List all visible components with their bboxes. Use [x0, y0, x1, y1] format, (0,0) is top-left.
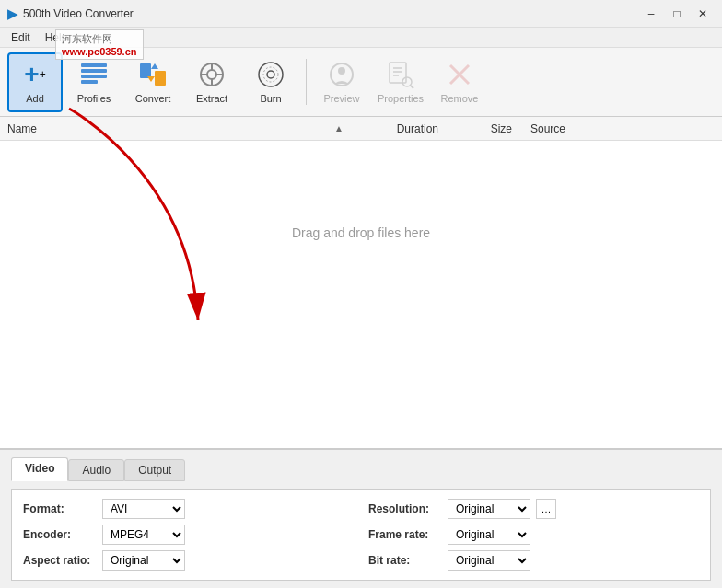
- file-area-wrapper: Name ▲ Duration Size Source Drag and dro…: [0, 117, 722, 448]
- toolbar: + Add Profiles: [0, 48, 722, 117]
- drag-drop-area: Drag and drop files here: [0, 141, 722, 325]
- resolution-select[interactable]: Original 1920x1080 1280x720: [448, 499, 530, 519]
- remove-label: Remove: [441, 93, 479, 104]
- add-button[interactable]: + Add: [7, 52, 63, 112]
- resolution-row: Resolution: Original 1920x1080 1280x720 …: [368, 499, 699, 519]
- close-button[interactable]: ✕: [691, 5, 715, 23]
- framerate-label: Frame rate:: [368, 528, 442, 541]
- svg-rect-2: [81, 75, 107, 78]
- resolution-extra-button[interactable]: …: [536, 499, 556, 519]
- encoder-label: Encoder:: [23, 528, 97, 541]
- svg-point-18: [338, 67, 345, 75]
- bitrate-label: Bit rate:: [368, 554, 442, 567]
- profiles-button[interactable]: Profiles: [66, 52, 122, 112]
- encoder-select[interactable]: MPEG4 H.264 H.265: [102, 525, 185, 545]
- tab-audio[interactable]: Audio: [68, 459, 124, 481]
- col-size-label: Size: [457, 122, 530, 135]
- tabs: Video Audio Output: [11, 457, 711, 481]
- encoder-row: Encoder: MPEG4 H.264 H.265: [23, 525, 354, 545]
- aspectratio-label: Aspect ratio:: [23, 554, 97, 567]
- svg-point-16: [263, 67, 278, 82]
- svg-rect-4: [140, 63, 151, 78]
- bitrate-row: Bit rate: Original 1000 2000 5000: [368, 550, 699, 571]
- menu-edit[interactable]: Edit: [4, 29, 38, 46]
- svg-marker-7: [147, 76, 155, 82]
- svg-rect-5: [155, 71, 166, 86]
- extract-label: Extract: [196, 93, 227, 104]
- convert-icon: [138, 60, 168, 89]
- col-duration-label: Duration: [346, 122, 457, 135]
- col-source-label: Source: [530, 122, 715, 135]
- profiles-icon: [79, 60, 109, 89]
- extract-button[interactable]: Extract: [184, 52, 239, 112]
- title-bar-controls: – □ ✕: [639, 5, 715, 23]
- burn-icon: [256, 60, 285, 89]
- convert-label: Convert: [135, 93, 171, 104]
- preview-icon: [327, 60, 356, 89]
- menu-bar: Edit Help: [0, 28, 722, 48]
- minimize-button[interactable]: –: [639, 5, 663, 23]
- remove-icon: [445, 60, 474, 89]
- aspectratio-row: Aspect ratio: Original 16:9 4:3: [23, 550, 354, 571]
- svg-point-14: [259, 63, 283, 86]
- drag-drop-text: Drag and drop files here: [292, 225, 430, 240]
- menu-help[interactable]: Help: [38, 29, 76, 46]
- properties-button[interactable]: Properties: [373, 52, 428, 112]
- svg-point-23: [402, 77, 412, 86]
- svg-rect-3: [81, 80, 98, 84]
- tab-output[interactable]: Output: [124, 459, 185, 481]
- svg-point-9: [207, 70, 216, 79]
- framerate-row: Frame rate: Original 24 25 30: [368, 525, 699, 545]
- sort-arrow-icon: ▲: [332, 121, 346, 136]
- format-row: Format: AVI MP4 MKV MOV: [23, 499, 354, 519]
- app-title: 500th Video Converter: [23, 7, 134, 20]
- burn-label: Burn: [260, 93, 281, 104]
- remove-button[interactable]: Remove: [432, 52, 487, 112]
- preview-button[interactable]: Preview: [314, 52, 369, 112]
- framerate-select[interactable]: Original 24 25 30: [448, 525, 530, 545]
- main-content: + Add Profiles: [0, 48, 722, 588]
- svg-rect-0: [81, 63, 107, 67]
- format-label: Format:: [23, 502, 97, 515]
- format-select[interactable]: AVI MP4 MKV MOV: [102, 499, 185, 519]
- extract-icon: [197, 60, 227, 89]
- burn-button[interactable]: Burn: [243, 52, 298, 112]
- bitrate-select[interactable]: Original 1000 2000 5000: [448, 550, 530, 571]
- properties-label: Properties: [378, 93, 424, 104]
- maximize-button[interactable]: □: [665, 5, 689, 23]
- app-icon: ▶: [7, 6, 17, 21]
- profiles-label: Profiles: [77, 93, 111, 104]
- svg-point-15: [267, 71, 274, 78]
- properties-icon: [386, 60, 415, 89]
- bottom-panel: Video Audio Output Format: AVI MP4 MKV M…: [0, 448, 722, 588]
- settings-grid: Format: AVI MP4 MKV MOV Resolution: Orig…: [11, 489, 711, 581]
- title-bar: ▶ 500th Video Converter – □ ✕: [0, 0, 722, 28]
- col-name-label: Name: [7, 122, 328, 135]
- toolbar-separator-1: [306, 59, 307, 105]
- file-list-header: Name ▲ Duration Size Source: [0, 117, 722, 141]
- resolution-label: Resolution:: [368, 502, 442, 515]
- aspectratio-select[interactable]: Original 16:9 4:3: [102, 550, 185, 571]
- title-bar-left: ▶ 500th Video Converter: [7, 6, 134, 21]
- svg-marker-6: [151, 63, 158, 69]
- preview-label: Preview: [323, 93, 359, 104]
- add-label: Add: [26, 93, 44, 104]
- col-name-header: Name ▲: [7, 121, 346, 136]
- convert-button[interactable]: Convert: [125, 52, 180, 112]
- svg-line-24: [411, 86, 413, 88]
- svg-rect-1: [81, 69, 107, 73]
- tab-video[interactable]: Video: [11, 457, 68, 481]
- add-icon: +: [20, 60, 50, 89]
